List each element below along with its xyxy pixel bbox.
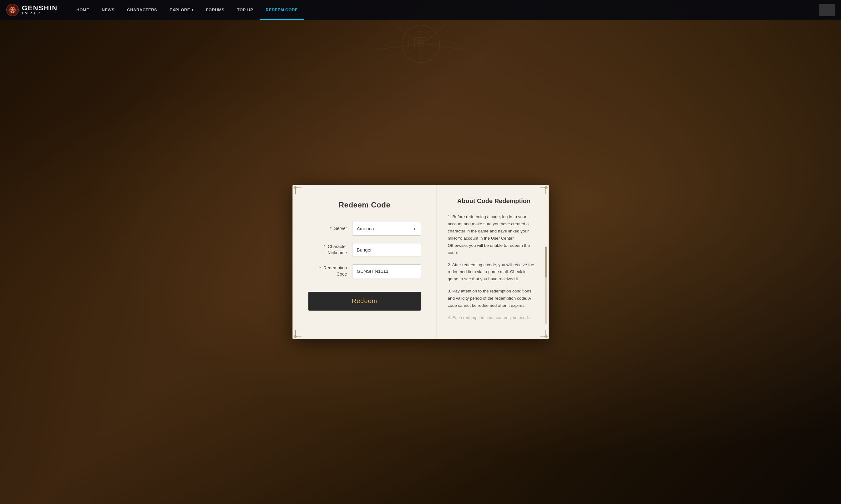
corner-border-bl <box>295 330 302 337</box>
site-logo[interactable]: GENSHIN IMPACT <box>6 4 57 16</box>
chevron-down-icon: ▾ <box>192 8 194 12</box>
server-select-wrapper: America Europe Asia TW, HK, MO ▼ <box>352 222 421 236</box>
server-label-text: Server <box>334 226 347 231</box>
nickname-field-group: * CharacterNickname <box>308 243 421 257</box>
redemption-code-input[interactable] <box>352 264 421 278</box>
required-indicator: * <box>330 226 331 231</box>
corner-border-tl <box>295 187 302 194</box>
scrollbar-track[interactable] <box>545 247 547 324</box>
nickname-input[interactable] <box>352 243 421 257</box>
code-label-text: RedemptionCode <box>323 265 347 276</box>
server-field-group: * Server America Europe Asia TW, HK, MO … <box>308 222 421 236</box>
redeem-form-panel: Redeem Code * Server America Europe Asia… <box>293 185 437 339</box>
redeem-form-title: Redeem Code <box>308 201 421 209</box>
navigation: GENSHIN IMPACT HOME NEWS CHARACTERS EXPL… <box>0 0 841 20</box>
logo-genshin: GENSHIN <box>22 5 57 12</box>
nav-user-button[interactable] <box>819 4 835 16</box>
nickname-label-text: CharacterNickname <box>327 244 347 255</box>
logo-icon <box>6 4 19 16</box>
redemption-info-panel: About Code Redemption 1. Before redeemin… <box>437 185 550 339</box>
nickname-label: * CharacterNickname <box>308 244 352 256</box>
server-select[interactable]: America Europe Asia TW, HK, MO <box>352 222 421 236</box>
page-content: Redeem Code * Server America Europe Asia… <box>0 0 841 504</box>
scrollbar-thumb[interactable] <box>545 247 547 277</box>
info-paragraph-2: 2. After redeeming a code, you will rece… <box>448 262 535 283</box>
info-paragraph-1: 1. Before redeeming a code, log in to yo… <box>448 213 535 256</box>
nav-explore-label: EXPLORE <box>170 7 190 12</box>
code-label: * RedemptionCode <box>308 265 352 277</box>
info-title: About Code Redemption <box>448 197 540 205</box>
info-text: 1. Before redeeming a code, log in to yo… <box>448 213 540 322</box>
nav-home[interactable]: HOME <box>70 0 96 20</box>
redeem-modal: Redeem Code * Server America Europe Asia… <box>292 185 549 339</box>
nav-news[interactable]: NEWS <box>96 0 121 20</box>
nav-characters[interactable]: CHARACTERS <box>121 0 163 20</box>
required-indicator-2: * <box>324 244 325 249</box>
info-paragraph-4: 4. Each redemption code can only be used… <box>448 314 535 322</box>
code-field-group: * RedemptionCode <box>308 264 421 278</box>
nav-redeem-code[interactable]: REDEEM CODE <box>260 0 304 20</box>
nav-topup[interactable]: TOP-UP <box>231 0 260 20</box>
server-label: * Server <box>308 226 352 232</box>
required-indicator-3: * <box>319 265 321 270</box>
nav-forums[interactable]: FORUMS <box>200 0 230 20</box>
info-paragraph-3: 3. Pay attention to the redemption condi… <box>448 288 535 309</box>
redeem-button[interactable]: Redeem <box>308 292 421 311</box>
nav-links: HOME NEWS CHARACTERS EXPLORE ▾ FORUMS TO… <box>70 0 819 20</box>
nav-explore[interactable]: EXPLORE ▾ <box>163 0 200 20</box>
logo-impact: IMPACT <box>22 12 57 15</box>
logo-text: GENSHIN IMPACT <box>22 5 57 15</box>
